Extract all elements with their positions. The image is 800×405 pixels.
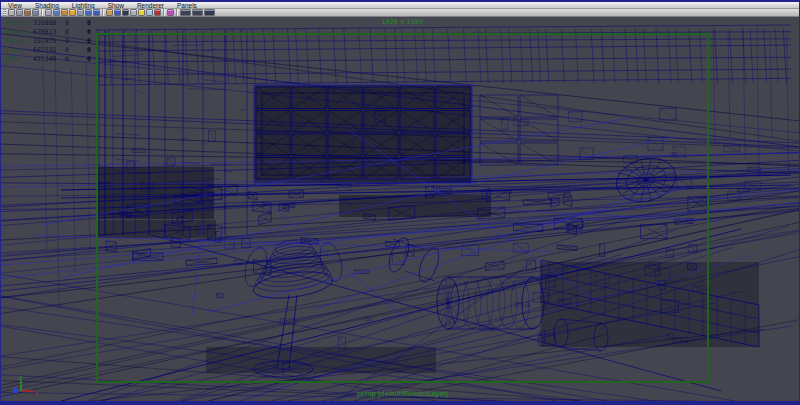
textured-display-icon[interactable] [122,9,129,16]
hud-uvs-comp: 0 [87,55,99,64]
menu-lighting[interactable]: Lighting [72,2,95,9]
hud-row-uvs: UVs: 421349 0 0 [5,55,99,64]
shadows-icon[interactable] [146,9,153,16]
menu-shading[interactable]: Shading [35,2,59,9]
hud-tris-label: Tris: [5,46,33,55]
resolution-gate-label: 1920 x 1080 [96,18,709,25]
hud-uvs-sel: 0 [65,55,87,64]
smooth-shade-display-icon[interactable] [114,9,121,16]
menu-show[interactable]: Show [108,2,124,9]
hud-row-tris: Tris: 661532 0 0 [5,46,99,55]
panel-menubar: View Shading Lighting Show Renderer Pane… [1,2,799,9]
frame-all-icon[interactable] [180,9,191,16]
window-border-bottom [1,401,799,405]
hud-row-verts: Verts: 335980 0 0 [5,19,99,28]
hud-uvs-total: 421349 [33,55,65,64]
resolution-gate-border [96,33,709,383]
y-axis-label: y [19,374,22,380]
hud-row-faces: Faces: 397875 0 0 [5,37,99,46]
hud-verts-comp: 0 [87,19,99,28]
lock-camera-icon[interactable] [16,9,23,16]
hud-edges-comp: 0 [87,28,99,37]
x-axis-label: x [35,390,38,396]
hud-faces-label: Faces: [5,37,33,46]
perspective-viewport[interactable]: 1920 x 1080 Verts: 335980 0 0 Edges: 678… [1,17,799,401]
toolbar-drag-handle[interactable] [3,9,6,16]
safe-action-icon[interactable] [93,9,100,16]
image-plane-icon[interactable] [45,9,52,16]
use-default-material-icon[interactable] [130,9,137,16]
toolbar-separator [176,9,178,16]
lighting-icon[interactable] [138,9,145,16]
hud-edges-sel: 0 [65,28,87,37]
camera-name-label: persp (defaultRenderLayer) [96,390,709,397]
bookmarks-icon[interactable] [32,9,39,16]
hud-edges-total: 678613 [33,28,65,37]
view-axis-indicator: y x z [8,374,42,400]
camera-attributes-icon[interactable] [24,9,31,16]
hud-verts-sel: 0 [65,19,87,28]
panel-toolbar [1,9,799,17]
grid-icon[interactable] [53,9,60,16]
hud-faces-comp: 0 [87,37,99,46]
gate-mask-icon[interactable] [77,9,84,16]
hud-uvs-label: UVs: [5,55,33,64]
hud-faces-total: 397875 [33,37,65,46]
z-axis-label: z [8,393,11,399]
poly-count-hud: Verts: 335980 0 0 Edges: 678613 0 0 Face… [5,19,99,64]
occlusion-icon[interactable] [154,9,161,16]
hud-verts-total: 335980 [33,19,65,28]
hud-tris-comp: 0 [87,46,99,55]
toolbar-separator [163,9,165,16]
maya-panel-window: View Shading Lighting Show Renderer Pane… [0,0,800,405]
frame-selection-icon[interactable] [192,9,203,16]
playblast-icon[interactable] [204,9,215,16]
film-gate-icon[interactable] [61,9,68,16]
field-chart-icon[interactable] [85,9,92,16]
hud-tris-sel: 0 [65,46,87,55]
hud-row-edges: Edges: 678613 0 0 [5,28,99,37]
menu-view[interactable]: View [8,2,22,9]
hud-tris-total: 661532 [33,46,65,55]
select-camera-icon[interactable] [8,9,15,16]
hud-edges-label: Edges: [5,28,33,37]
menu-panels[interactable]: Panels [177,2,197,9]
toolbar-separator [102,9,104,16]
isolate-select-icon[interactable] [167,9,174,16]
resolution-gate-icon[interactable] [69,9,76,16]
hud-verts-label: Verts: [5,19,33,28]
wireframe-display-icon[interactable] [106,9,113,16]
menu-renderer[interactable]: Renderer [137,2,164,9]
hud-faces-sel: 0 [65,37,87,46]
z-axis-handle [13,388,18,393]
toolbar-separator [41,9,43,16]
